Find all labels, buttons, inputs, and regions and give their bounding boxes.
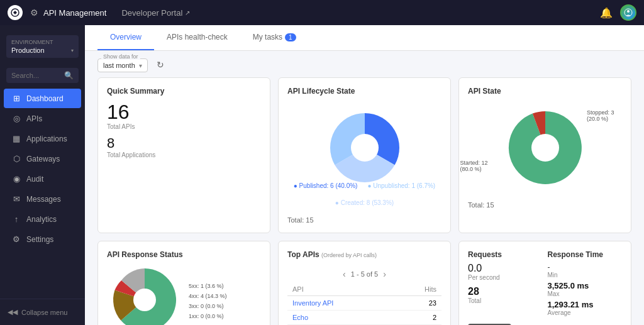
user-avatar[interactable] <box>620 4 636 21</box>
requests-section: Requests 0.0 Per second 28 Total <box>468 250 543 319</box>
topbar: ⚙ API Management Developer Portal ↗ 🔔 <box>0 0 644 25</box>
sidebar-item-label: Applications <box>26 135 67 143</box>
svg-point-5 <box>133 289 156 311</box>
requests-title: Requests <box>468 250 543 259</box>
api-name-cell[interactable]: Inventory API <box>287 296 410 311</box>
response-status-content: 5xx: 1 (3.6 %) 4xx: 4 (14.3 %) 3xx: 0 (0… <box>107 265 261 325</box>
bottom-cards-grid: API Response Status <box>85 241 644 325</box>
api-state-started-label: Started: 12(80.0 %) <box>460 160 488 172</box>
requests-response-card: Requests 0.0 Per second 28 Total Respons… <box>458 241 631 325</box>
col-hits-header: Hits <box>410 283 441 296</box>
sidebar-item-applications[interactable]: ▦Applications <box>4 129 81 148</box>
api-lifecycle-chart: ● Published: 6 (40.0%) ● Unpublished: 1 … <box>287 102 441 211</box>
sidebar-item-label: Messages <box>26 195 61 204</box>
resp-dash-row: - Min <box>548 263 623 278</box>
chevron-down-icon: ▾ <box>71 48 74 53</box>
sidebar: Environment Production ▾ 🔍 ⊞Dashboard◎AP… <box>0 25 85 325</box>
api-link[interactable]: Inventory API <box>292 299 333 307</box>
status-1xx: 1xx: 0 (0.0 %) <box>189 311 227 321</box>
env-label: Environment <box>11 39 74 45</box>
response-max-value: 1,293.21 ms <box>548 300 623 309</box>
filter-bar: Show data for last month ▾ ↻ <box>85 51 644 77</box>
collapse-icon: ◀◀ <box>8 308 18 316</box>
pagination-next-button[interactable]: › <box>383 269 386 279</box>
external-link-icon: ↗ <box>185 9 190 16</box>
api-response-status-card: API Response Status <box>97 241 270 325</box>
requests-per-second-value: 0.0 <box>468 263 543 274</box>
pagination-prev-button[interactable]: ‹ <box>343 269 346 279</box>
total-apps-value: 8 <box>107 136 261 150</box>
developer-portal-link[interactable]: Developer Portal ↗ <box>121 8 190 18</box>
messages-nav-icon: ✉ <box>11 194 21 204</box>
lifecycle-total: Total: 15 <box>287 216 441 224</box>
app-title: API Management <box>43 8 106 18</box>
response-status-title: API Response Status <box>107 250 261 259</box>
api-state-stopped-label: Stopped: 3(20.0 %) <box>587 109 614 122</box>
lifecycle-unpublished: ● Unpublished: 1 (6.7%) <box>367 182 435 189</box>
response-status-chart <box>107 265 182 325</box>
main-layout: Environment Production ▾ 🔍 ⊞Dashboard◎AP… <box>0 25 644 325</box>
svg-point-4 <box>531 134 559 162</box>
gateways-nav-icon: ⬡ <box>11 154 21 163</box>
env-value: Production ▾ <box>11 47 74 54</box>
lifecycle-published: ● Published: 6 (40.0%) <box>294 182 358 189</box>
notification-bell-icon[interactable]: 🔔 <box>600 7 613 19</box>
api-name-cell[interactable]: Echo <box>287 311 410 325</box>
topbar-right: 🔔 <box>600 4 636 21</box>
search-icon: 🔍 <box>64 71 74 80</box>
sidebar-item-label: APIs <box>26 114 42 123</box>
sidebar-item-label: Settings <box>26 235 53 244</box>
date-filter[interactable]: Show data for last month ▾ <box>97 58 148 72</box>
sidebar-bottom: ◀◀ Collapse menu <box>0 299 85 325</box>
refresh-icon[interactable]: ↻ <box>157 60 164 70</box>
response-time-section: Response Time - Min 3,525.0 ms Max 1,293… <box>548 250 623 319</box>
top-cards-grid: Quick Summary 16 Total APIs 8 Total Appl… <box>85 77 644 241</box>
svg-point-2 <box>627 10 630 13</box>
sidebar-item-analytics[interactable]: ↑Analytics <box>4 209 81 229</box>
app-logo <box>8 5 23 20</box>
filter-label: Show data for <box>101 53 140 60</box>
settings-nav-icon: ⚙ <box>11 234 21 244</box>
search-input[interactable] <box>11 72 62 79</box>
analytics-nav-icon: ↑ <box>11 214 21 224</box>
sidebar-item-settings[interactable]: ⚙Settings <box>4 229 81 249</box>
tab-badge-mytasks: 1 <box>285 33 296 41</box>
response-avg-label: Average <box>548 309 623 316</box>
api-state-card: API State Stopped: 3(20.0 %) Started: 12… <box>458 77 631 233</box>
sidebar-item-dashboard[interactable]: ⊞Dashboard <box>4 89 81 108</box>
quick-summary-title: Quick Summary <box>107 87 261 96</box>
dashboard-nav-icon: ⊞ <box>11 94 21 103</box>
gear-icon: ⚙ <box>30 8 38 18</box>
requests-total-label: Total <box>468 297 543 304</box>
date-filter-wrapper: Show data for last month ▾ ↻ <box>97 58 164 72</box>
sidebar-item-label: Audit <box>26 175 43 184</box>
top-apis-title: Top APIs (Ordered by API calls) <box>287 250 441 259</box>
applications-nav-icon: ▦ <box>11 134 21 143</box>
tabs-container: OverviewAPIs health-checkMy tasks1 <box>97 25 309 50</box>
sidebar-item-messages[interactable]: ✉Messages <box>4 189 81 209</box>
tab-mytasks[interactable]: My tasks1 <box>240 25 309 50</box>
status-4xx: 4xx: 4 (14.3 %) <box>189 291 227 301</box>
response-min-value: 3,525.0 ms <box>548 281 623 290</box>
content-area: OverviewAPIs health-checkMy tasks1 Show … <box>85 25 644 325</box>
api-state-chart: Stopped: 3(20.0 %) Started: 12(80.0 %) <box>468 102 622 196</box>
apis-nav-icon: ◎ <box>11 114 21 123</box>
api-hits-cell: 23 <box>410 296 441 311</box>
api-link[interactable]: Echo <box>292 314 308 321</box>
filter-value: last month <box>103 62 135 69</box>
req-resp-grid: Requests 0.0 Per second 28 Total Respons… <box>468 250 622 319</box>
tab-overview[interactable]: Overview <box>97 25 154 50</box>
total-apps-label: Total Applications <box>107 151 261 158</box>
sidebar-item-audit[interactable]: ◉Audit <box>4 169 81 189</box>
collapse-menu-button[interactable]: ◀◀ Collapse menu <box>5 304 80 320</box>
response-status-legend: 5xx: 1 (3.6 %) 4xx: 4 (14.3 %) 3xx: 0 (0… <box>189 281 227 322</box>
response-min-label: Min <box>548 272 623 278</box>
table-row: Inventory API23 <box>287 296 441 311</box>
chevron-down-icon: ▾ <box>139 62 142 69</box>
tab-health[interactable]: APIs health-check <box>154 25 240 50</box>
audit-nav-icon: ◉ <box>11 174 21 184</box>
api-lifecycle-title: API Lifecycle State <box>287 87 441 96</box>
environment-selector[interactable]: Environment Production ▾ <box>6 35 79 58</box>
sidebar-item-gateways[interactable]: ⬡Gateways <box>4 149 81 168</box>
sidebar-item-apis[interactable]: ◎APIs <box>4 109 81 128</box>
